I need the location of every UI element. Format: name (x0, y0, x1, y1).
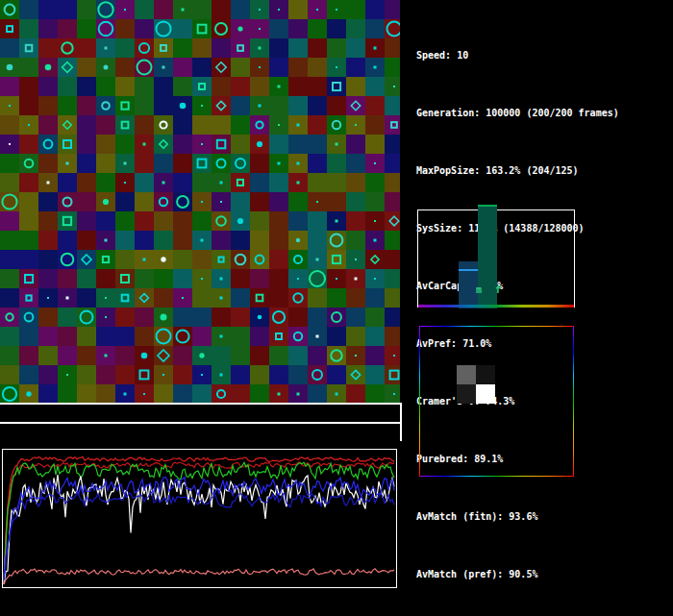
simulation-window: Speed: 10 Generation: 100000 (200/200 fr… (0, 0, 673, 616)
f-current-marker (478, 205, 497, 207)
pref-border-bottom (419, 476, 574, 477)
field-cells-canvas (0, 0, 400, 403)
sex-axis-label: m f (476, 284, 505, 295)
field-bottom-border (0, 403, 402, 405)
stat-generation: Generation: 100000 (200/200 frames) (416, 104, 671, 123)
simulation-field[interactable] (0, 0, 400, 403)
history-chart-panel (2, 449, 397, 588)
preference-space-panel (419, 326, 574, 477)
stat-avmatch-pref: AvMatch (pref): 90.5% (416, 565, 671, 584)
sex-histogram-panel: m f (417, 209, 575, 308)
pref-border-left (419, 326, 420, 477)
stat-avmatch-fitn: AvMatch (fitn): 93.6% (416, 507, 671, 527)
timeline-track[interactable] (0, 422, 402, 424)
pref-density-cell (476, 365, 495, 384)
stat-speed: Speed: 10 (416, 46, 671, 65)
pref-border-right (573, 326, 574, 477)
stat-maxpopsize: MaxPopSize: 163.2% (204/125) (416, 161, 671, 181)
stats-panel: Speed: 10 Generation: 100000 (200/200 fr… (416, 8, 671, 616)
pref-border-top (419, 326, 574, 327)
timeline-position-marker[interactable] (400, 403, 402, 441)
m-current-marker (459, 269, 478, 271)
history-chart-canvas (3, 450, 396, 587)
pref-density-cell (476, 384, 495, 404)
pref-density-cell (457, 384, 476, 404)
hue-axis-strip (418, 305, 574, 308)
pref-density-cell (457, 365, 476, 384)
